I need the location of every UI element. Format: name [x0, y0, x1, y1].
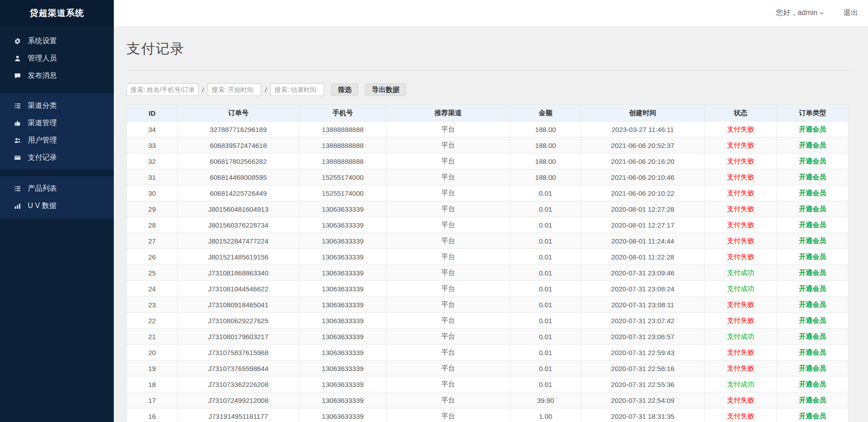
user-menu[interactable]: 您好，admin — [776, 8, 824, 18]
amount-cell: 188.00 — [510, 153, 581, 169]
status-cell: 支付失败 — [705, 249, 777, 265]
order-no-cell: J731080918465041 — [178, 297, 299, 313]
phone-cell: 13888888888 — [299, 122, 386, 137]
phone-cell: 13063633339 — [299, 392, 386, 408]
table-row: 3432788771629618913888888888平台188.002023… — [127, 122, 848, 137]
order-type-cell: 开通会员 — [777, 313, 848, 329]
phone-cell: 13063633339 — [299, 329, 386, 345]
created-at-cell: 2020-07-31 23:07:42 — [581, 313, 705, 329]
order-no-cell: J801560376228734 — [178, 217, 299, 233]
id-cell: 32 — [127, 153, 178, 169]
amount-cell: 0.01 — [510, 345, 581, 361]
created-at-cell: 2020-07-31 22:54:09 — [581, 392, 705, 408]
amount-cell: 39.90 — [510, 392, 581, 408]
keyword-search-input[interactable] — [127, 83, 198, 96]
channel-cell: 平台 — [386, 281, 510, 297]
id-cell: 30 — [127, 185, 178, 201]
sidebar-item-label: 系统设置 — [28, 36, 57, 46]
table-row: 22J73108062922762513063633339平台0.012020-… — [127, 313, 848, 329]
created-at-cell: 2020-07-31 23:08:11 — [581, 297, 705, 313]
channel-cell: 平台 — [386, 201, 510, 217]
order-type-cell: 开通会员 — [777, 249, 848, 265]
page-header: 支付记录 — [127, 40, 855, 71]
amount-cell: 0.01 — [510, 249, 581, 265]
main-area: 您好，admin 退出 支付记录 / / 筛选 导出数据 — [114, 0, 868, 422]
channel-cell: 平台 — [386, 249, 510, 265]
status-cell: 支付失败 — [705, 217, 777, 233]
table-row: 20J73107583761596813063633339平台0.012020-… — [127, 345, 848, 361]
table-header: ID订单号手机号推荐渠道金额创建时间状态订单类型 — [127, 105, 848, 122]
table-header-row: ID订单号手机号推荐渠道金额创建时间状态订单类型 — [127, 105, 848, 122]
chevron-down-icon — [819, 10, 824, 16]
gear-icon — [13, 38, 22, 45]
sidebar-item-channel-category[interactable]: 渠道分类 — [0, 97, 114, 114]
column-header: 创建时间 — [581, 105, 705, 122]
id-cell: 27 — [127, 233, 178, 249]
sidebar-item-admin-staff[interactable]: 管理人员 — [0, 50, 114, 67]
status-cell: 支付失败 — [705, 392, 777, 408]
phone-cell: 13063633339 — [299, 281, 386, 297]
start-time-input[interactable] — [208, 83, 261, 96]
status-cell: 支付失败 — [705, 408, 777, 422]
channel-cell: 平台 — [386, 137, 510, 153]
status-cell: 支付失败 — [705, 122, 777, 137]
id-cell: 17 — [127, 392, 178, 408]
sidebar-item-uv-data[interactable]: U V 数据 — [0, 197, 114, 214]
column-header: ID — [127, 105, 178, 122]
created-at-cell: 2020-07-31 22:55:36 — [581, 376, 705, 392]
sidebar-item-publish-message[interactable]: 发布消息 — [0, 67, 114, 84]
sidebar-item-system-settings[interactable]: 系统设置 — [0, 32, 114, 50]
column-header: 订单类型 — [777, 105, 848, 122]
sidebar-group: 系统设置管理人员发布消息 — [0, 30, 114, 87]
table-row: 26J80152148561915613063633339平台0.012020-… — [127, 249, 848, 265]
id-cell: 16 — [127, 408, 178, 422]
status-cell: 支付失败 — [705, 345, 777, 361]
chart-icon — [13, 203, 22, 209]
amount-cell: 0.01 — [510, 376, 581, 392]
order-type-cell: 开通会员 — [777, 361, 848, 376]
sidebar-item-channel-manage[interactable]: 渠道管理 — [0, 114, 114, 132]
sidebar: 贷超渠道系统 系统设置管理人员发布消息渠道分类渠道管理用户管理支付记录产品列表U… — [0, 0, 114, 422]
order-type-cell: 开通会员 — [777, 137, 848, 153]
phone-cell: 13888888888 — [299, 153, 386, 169]
export-button[interactable]: 导出数据 — [365, 83, 406, 96]
status-cell: 支付失败 — [705, 233, 777, 249]
channel-cell: 平台 — [386, 153, 510, 169]
sidebar-item-label: 管理人员 — [28, 54, 57, 63]
app-brand: 贷超渠道系统 — [0, 0, 114, 26]
table-row: 21J73108017960321713063633339平台0.012020-… — [127, 329, 848, 345]
logout-button[interactable]: 退出 — [843, 8, 858, 18]
status-cell: 支付失败 — [705, 361, 777, 376]
sidebar-item-payment-records[interactable]: 支付记录 — [0, 149, 114, 166]
phone-cell: 13063633339 — [299, 201, 386, 217]
phone-cell: 13063633339 — [299, 217, 386, 233]
order-no-cell: J731914951181177 — [178, 408, 299, 422]
amount-cell: 1.00 — [510, 408, 581, 422]
channel-cell: 平台 — [386, 265, 510, 281]
status-cell: 支付成功 — [705, 329, 777, 345]
table-row: 19J73107376559864413063633339平台0.012020-… — [127, 361, 848, 376]
amount-cell: 188.00 — [510, 122, 581, 137]
order-no-cell: J731080179603217 — [178, 329, 299, 345]
order-no-cell: J801560481604913 — [178, 201, 299, 217]
channel-cell: 平台 — [386, 185, 510, 201]
created-at-cell: 2021-06-06 20:10:22 — [581, 185, 705, 201]
separator: / — [202, 86, 204, 94]
order-no-cell: J731073362226208 — [178, 376, 299, 392]
order-no-cell: J731081044546622 — [178, 281, 299, 297]
channel-cell: 平台 — [386, 122, 510, 137]
status-cell: 支付失败 — [705, 137, 777, 153]
sidebar-item-label: 用户管理 — [28, 136, 57, 145]
filter-button[interactable]: 筛选 — [331, 83, 358, 96]
created-at-cell: 2020-07-31 23:09:46 — [581, 265, 705, 281]
status-cell: 支付失败 — [705, 185, 777, 201]
phone-cell: 13063633339 — [299, 265, 386, 281]
order-type-cell: 开通会员 — [777, 265, 848, 281]
id-cell: 23 — [127, 297, 178, 313]
sidebar-item-user-manage[interactable]: 用户管理 — [0, 132, 114, 149]
sidebar-item-product-list[interactable]: 产品列表 — [0, 180, 114, 197]
end-time-input[interactable] — [270, 83, 324, 96]
order-type-cell: 开通会员 — [777, 281, 848, 297]
id-cell: 34 — [127, 122, 178, 137]
order-no-cell: J731080629227625 — [178, 313, 299, 329]
